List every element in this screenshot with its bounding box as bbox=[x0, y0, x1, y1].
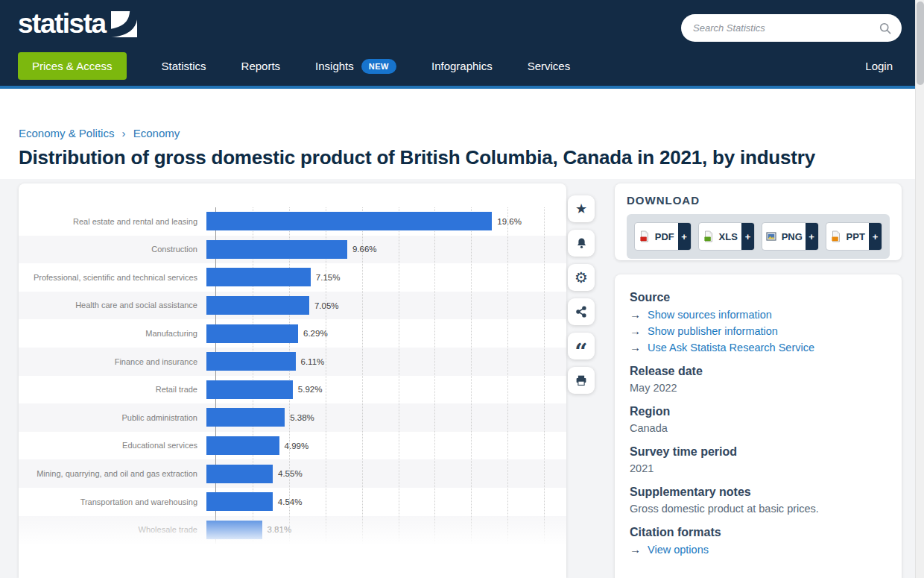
bar[interactable] bbox=[206, 352, 296, 371]
category-label: Construction bbox=[19, 244, 206, 254]
category-label: Health care and social assistance bbox=[19, 300, 206, 310]
statista-wordmark: statista bbox=[18, 10, 106, 37]
arrow-icon: → bbox=[630, 324, 641, 337]
chart-row: Public administration 5.38% bbox=[19, 403, 566, 432]
breadcrumb-economy-politics[interactable]: Economy & Politics bbox=[19, 127, 114, 139]
scrollbar-thumb[interactable] bbox=[917, 1, 924, 85]
favorite-button[interactable]: ★ bbox=[568, 195, 595, 222]
statistic-chart-card: Real estate and rental and leasing 19.6%… bbox=[19, 183, 566, 578]
value-label: 9.66% bbox=[352, 245, 377, 254]
page-title: Distribution of gross domestic product o… bbox=[19, 146, 883, 169]
value-label: 4.54% bbox=[278, 497, 303, 506]
bar-chart: Real estate and rental and leasing 19.6%… bbox=[19, 207, 566, 544]
share-button[interactable] bbox=[568, 298, 595, 325]
gear-icon: ⚙ bbox=[575, 270, 588, 285]
chart-action-toolbar: ★ ⚙ “ bbox=[568, 195, 595, 394]
nav-insights[interactable]: Insights NEW bbox=[315, 59, 396, 74]
cite-button[interactable]: “ bbox=[568, 333, 595, 359]
source-section: Source → Show sources information → Show… bbox=[630, 291, 887, 354]
value-label: 6.29% bbox=[303, 329, 328, 338]
ppt-plus-button[interactable]: + bbox=[869, 223, 882, 250]
show-publisher-link[interactable]: → Show publisher information bbox=[630, 324, 887, 337]
png-plus-button[interactable]: + bbox=[806, 223, 818, 250]
statista-logo-icon bbox=[111, 11, 137, 37]
chart-row: Transportation and warehousing 4.54% bbox=[19, 488, 566, 516]
chart-row: Manufacturing 6.29% bbox=[19, 319, 566, 348]
region-heading: Region bbox=[630, 405, 887, 418]
release-date-heading: Release date bbox=[630, 365, 887, 378]
xls-file-icon bbox=[703, 230, 715, 242]
bar[interactable] bbox=[206, 492, 273, 511]
supplementary-notes-section: Supplementary notes Gross domestic produ… bbox=[630, 486, 887, 515]
nav-services[interactable]: Services bbox=[528, 60, 571, 72]
value-label: 5.92% bbox=[298, 385, 323, 394]
value-label: 4.55% bbox=[278, 469, 303, 478]
bar[interactable] bbox=[206, 436, 279, 455]
supplementary-notes-heading: Supplementary notes bbox=[630, 486, 887, 499]
citation-section: Citation formats → View options bbox=[630, 526, 887, 556]
chart-row: Retail trade 5.92% bbox=[19, 376, 566, 404]
main-nav: Prices & Access Statistics Reports Insig… bbox=[18, 52, 570, 80]
breadcrumb-economy[interactable]: Economy bbox=[133, 127, 180, 139]
category-label: Mining, quarrying, and oil and gas extra… bbox=[19, 468, 206, 479]
download-xls-button[interactable]: XLS + bbox=[698, 222, 756, 251]
prices-access-button[interactable]: Prices & Access bbox=[18, 52, 127, 80]
bar[interactable] bbox=[206, 380, 293, 399]
supplementary-notes-value: Gross domestic product at basic prices. bbox=[630, 503, 887, 515]
chart-row: Mining, quarrying, and oil and gas extra… bbox=[19, 459, 566, 488]
top-navigation-bar: statista Prices & Access Statistics Repo… bbox=[0, 0, 924, 89]
value-label: 7.15% bbox=[316, 273, 341, 282]
value-label: 6.11% bbox=[301, 357, 325, 366]
region-value: Canada bbox=[630, 422, 887, 434]
value-label: 7.05% bbox=[314, 301, 339, 310]
nav-infographics[interactable]: Infographics bbox=[431, 60, 493, 72]
source-heading: Source bbox=[630, 291, 887, 304]
category-label: Transportation and warehousing bbox=[19, 497, 206, 507]
bar[interactable] bbox=[206, 408, 285, 427]
statista-logo[interactable]: statista bbox=[18, 10, 137, 37]
chart-row: Construction 9.66% bbox=[19, 236, 566, 264]
chart-row: Health care and social assistance 7.05% bbox=[19, 292, 566, 320]
pdf-plus-button[interactable]: + bbox=[678, 223, 691, 250]
category-label: Real estate and rental and leasing bbox=[19, 216, 206, 227]
arrow-icon: → bbox=[630, 308, 641, 321]
category-label: Retail trade bbox=[19, 384, 206, 395]
settings-button[interactable]: ⚙ bbox=[568, 264, 595, 291]
print-button[interactable] bbox=[568, 367, 595, 394]
category-label: Manufacturing bbox=[19, 328, 206, 339]
login-link[interactable]: Login bbox=[865, 60, 893, 72]
nav-reports[interactable]: Reports bbox=[241, 60, 281, 72]
region-section: Region Canada bbox=[630, 405, 887, 434]
category-label: Finance and insurance bbox=[19, 356, 206, 367]
download-png-button[interactable]: PNG + bbox=[762, 222, 819, 251]
download-heading: DOWNLOAD bbox=[627, 194, 890, 207]
bar[interactable] bbox=[206, 465, 273, 483]
survey-period-value: 2021 bbox=[630, 462, 887, 474]
bar[interactable] bbox=[206, 268, 311, 286]
bar[interactable] bbox=[206, 296, 309, 315]
download-pdf-button[interactable]: PDF + bbox=[634, 222, 692, 251]
alert-button[interactable] bbox=[568, 230, 595, 257]
view-options-link[interactable]: → View options bbox=[630, 543, 887, 556]
value-label: 3.81% bbox=[268, 525, 292, 534]
share-icon bbox=[575, 305, 588, 318]
png-file-icon bbox=[765, 230, 777, 242]
search-icon[interactable] bbox=[879, 22, 892, 35]
page-scrollbar[interactable] bbox=[915, 0, 924, 578]
nav-statistics[interactable]: Statistics bbox=[162, 60, 206, 72]
category-label: Public administration bbox=[19, 412, 206, 423]
download-ppt-button[interactable]: PPT + bbox=[826, 222, 883, 251]
category-label: Educational services bbox=[19, 440, 206, 450]
chart-row: Professional, scientific and technical s… bbox=[19, 263, 566, 292]
search-bar[interactable] bbox=[681, 14, 902, 42]
search-input[interactable] bbox=[693, 22, 879, 34]
bar[interactable] bbox=[206, 521, 262, 539]
bar[interactable] bbox=[206, 240, 347, 259]
ask-statista-link[interactable]: → Use Ask Statista Research Service bbox=[630, 341, 887, 354]
citation-heading: Citation formats bbox=[630, 526, 887, 539]
bar[interactable] bbox=[206, 324, 298, 343]
arrow-icon: → bbox=[630, 341, 641, 354]
show-sources-link[interactable]: → Show sources information bbox=[630, 308, 887, 321]
xls-plus-button[interactable]: + bbox=[741, 223, 754, 250]
bar[interactable] bbox=[206, 212, 492, 230]
